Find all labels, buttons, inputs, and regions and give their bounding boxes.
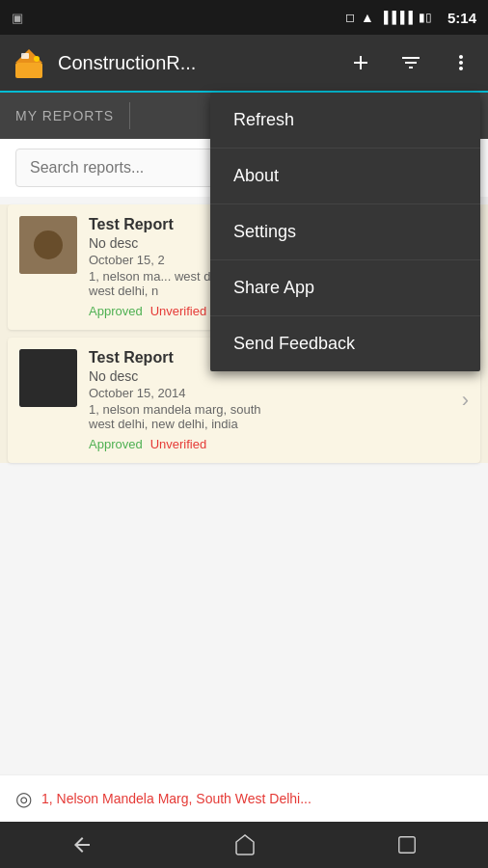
svg-point-3 [34,56,40,62]
battery-icon: ▮▯ [419,11,432,24]
status-bar: ▣ ◻ ▲ ▐▐▐▐ ▮▯ 5:14 [0,0,488,35]
more-options-button[interactable] [446,47,476,78]
wifi-icon: ▲ [361,10,374,25]
signal-icon: ▐▐▐▐ [380,11,413,24]
svg-rect-0 [15,63,42,78]
status-icons: ◻ ▲ ▐▐▐▐ ▮▯ [345,10,432,25]
menu-item-refresh[interactable]: Refresh [210,93,480,149]
app-bar-actions [345,47,476,78]
add-button[interactable] [345,47,376,78]
menu-item-settings[interactable]: Settings [210,204,480,260]
dropdown-overlay[interactable]: Refresh About Settings Share App Send Fe… [0,93,488,868]
menu-item-share-app[interactable]: Share App [210,260,480,316]
app-logo [12,45,46,80]
svg-rect-2 [21,53,29,59]
menu-item-about[interactable]: About [210,149,480,204]
app-bar: ConstructionR... [0,35,488,93]
app-title: ConstructionR... [58,52,334,74]
notification-icon: ▣ [12,11,23,25]
sim-icon: ◻ [345,11,355,24]
filter-button[interactable] [395,47,426,78]
status-time: 5:14 [447,10,476,26]
menu-item-send-feedback[interactable]: Send Feedback [210,316,480,371]
dropdown-menu: Refresh About Settings Share App Send Fe… [210,93,480,371]
